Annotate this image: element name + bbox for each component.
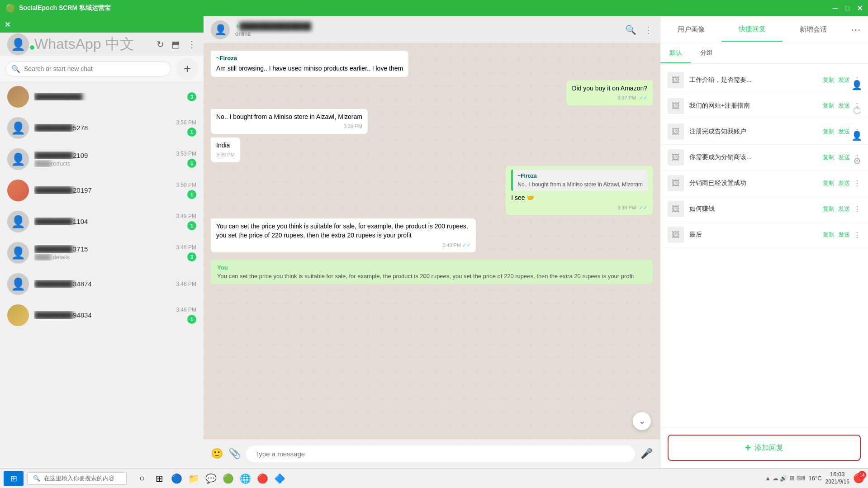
title-bar-controls[interactable]: ─ □ ✕ <box>833 4 863 13</box>
user-profile-icon[interactable]: 👤 <box>851 80 863 90</box>
emoji-button[interactable]: 🙂 <box>211 448 223 460</box>
subtab-group[interactable]: 分组 <box>691 43 722 63</box>
tab-new-conversation[interactable]: 新增会话 <box>783 18 844 41</box>
chat-info: ████████1104 <box>34 218 171 226</box>
list-item[interactable]: 👤 ████████34874 3:46 PM <box>0 269 204 300</box>
modules-icon[interactable]: ⬡ <box>853 105 861 116</box>
contact-name: +██████████████ <box>235 22 620 30</box>
list-item[interactable]: 👤 ████████1104 3:49 PM 1 <box>0 206 204 237</box>
chat-list: ██████████ 3 👤 ████████5278 3:56 <box>0 81 204 468</box>
copy-button[interactable]: 复制 <box>823 231 835 239</box>
taskbar-app-arrow[interactable]: 🔷 <box>271 470 288 487</box>
item-more-button[interactable]: ⋮ <box>854 231 861 239</box>
quick-reply-item[interactable]: 🖼 你需要成为分销商该... 复制 发送 ⋮ <box>660 145 868 171</box>
taskbar-app-grid[interactable]: ⊞ <box>151 470 167 487</box>
taskbar-app-edge[interactable]: 🌐 <box>237 470 253 487</box>
send-button[interactable]: 发送 <box>838 76 850 84</box>
avatar: 👤 <box>7 148 29 170</box>
taskbar-app-blue[interactable]: 🔵 <box>168 470 185 487</box>
tab-quick-reply[interactable]: 快捷回复 <box>721 18 783 42</box>
taskbar-app-green[interactable]: 🟢 <box>220 470 236 487</box>
sidebar-close-icon[interactable]: ✕ <box>5 20 10 29</box>
copy-button[interactable]: 复制 <box>823 205 835 213</box>
list-item[interactable]: 👤 ████████3715 ████ details 3:46 PM 3 <box>0 237 204 269</box>
chat-preview: ████ details <box>34 254 171 261</box>
chat-header-actions[interactable]: 🔍 ⋮ <box>625 24 653 35</box>
contacts-icon[interactable]: 👤 <box>851 130 863 141</box>
chat-meta: 3:46 PM 1 <box>176 307 196 324</box>
quick-reply-item[interactable]: 🖼 注册完成告知我账户 复制 发送 ⋮ <box>660 119 868 145</box>
copy-button[interactable]: 复制 <box>823 179 835 187</box>
send-button[interactable]: 发送 <box>838 102 850 110</box>
search-box[interactable]: 🔍 <box>5 62 171 76</box>
quick-reply-text: 最后 <box>689 231 817 239</box>
taskbar-app-wechat[interactable]: 💬 <box>203 470 219 487</box>
search-input[interactable] <box>24 65 165 72</box>
tab-user-portrait[interactable]: 用户画像 <box>660 18 721 41</box>
list-item[interactable]: 👤 ████████2109 ████roducts 3:53 PM 1 <box>0 144 204 175</box>
settings-icon[interactable]: ⚙ <box>853 156 861 166</box>
item-more-button[interactable]: ⋮ <box>854 179 861 188</box>
maximize-button[interactable]: □ <box>845 4 849 13</box>
list-item[interactable]: 👤 ████████5278 3:56 PM 1 <box>0 113 204 144</box>
broadcast-icon[interactable]: ⬒ <box>171 39 180 50</box>
quick-reply-actions: 复制 发送 ⋮ <box>823 179 861 188</box>
add-reply-container: + 添加回复 <box>660 427 868 468</box>
send-button[interactable]: 发送 <box>838 179 850 187</box>
close-button[interactable]: ✕ <box>857 4 863 13</box>
add-reply-button[interactable]: + 添加回复 <box>668 435 861 461</box>
chat-more-icon[interactable]: ⋮ <box>644 24 653 35</box>
quick-reply-item[interactable]: 🖼 如何赚钱 复制 发送 ⋮ <box>660 196 868 222</box>
unread-badge: 3 <box>187 92 196 101</box>
scroll-down-button[interactable]: ⌄ <box>633 412 651 430</box>
message-text: No.. I bought from a Miniso store in Aiz… <box>216 113 362 122</box>
start-button[interactable]: ⊞ <box>4 471 24 486</box>
taskbar-app-circle[interactable]: ○ <box>134 470 150 487</box>
search-chat-icon[interactable]: 🔍 <box>625 24 636 35</box>
search-icon: 🔍 <box>11 65 20 73</box>
more-options-icon[interactable]: ⋮ <box>187 39 196 50</box>
refresh-icon[interactable]: ↻ <box>157 39 164 50</box>
taskbar-search[interactable]: 🔍 在这里输入你要搜索的内容 <box>27 472 127 485</box>
new-chat-button[interactable]: + <box>176 58 198 80</box>
copy-button[interactable]: 复制 <box>823 102 835 110</box>
list-item[interactable]: ████████94834 3:46 PM 1 <box>0 300 204 331</box>
send-button[interactable]: 发送 <box>838 205 850 213</box>
subtab-default[interactable]: 默认 <box>660 43 691 63</box>
send-button[interactable]: 发送 <box>838 128 850 136</box>
list-item[interactable]: ██████████ 3 <box>0 81 204 113</box>
draft-text: You can set the price you think is suita… <box>217 273 646 280</box>
quick-reply-text: 注册完成告知我账户 <box>689 128 817 136</box>
unread-badge: 1 <box>187 128 196 137</box>
toolbar-icons[interactable]: ↻ ⬒ ⋮ <box>157 39 196 50</box>
attach-button[interactable]: 📎 <box>228 448 241 460</box>
quick-reply-item[interactable]: 🖼 最后 复制 发送 ⋮ <box>660 222 868 248</box>
clock: 16:03 2021/9/16 <box>825 471 849 485</box>
message-time: 3:39 PM ✓✓ <box>511 204 647 211</box>
message-input[interactable] <box>246 445 635 462</box>
taskbar-app-folder[interactable]: 📁 <box>185 470 202 487</box>
quick-reply-thumbnail: 🖼 <box>668 98 684 114</box>
minimize-button[interactable]: ─ <box>833 4 838 13</box>
taskbar-search-text: 在这里输入你要搜索的内容 <box>44 474 114 483</box>
quick-reply-item[interactable]: 🖼 我们的网站+注册指南 复制 发送 ⋮ <box>660 93 868 119</box>
list-item[interactable]: ████████20197 3:50 PM 1 <box>0 175 204 206</box>
copy-button[interactable]: 复制 <box>823 153 835 161</box>
copy-button[interactable]: 复制 <box>823 76 835 84</box>
quick-reply-item[interactable]: 🖼 工作介绍，是否需要... 复制 发送 ⋮ <box>660 67 868 93</box>
more-options-button[interactable]: ⋯ <box>844 24 868 36</box>
chat-info: ████████2109 ████roducts <box>34 152 171 167</box>
taskbar-app-chrome[interactable]: 🔴 <box>254 470 270 487</box>
voice-button[interactable]: 🎤 <box>640 448 653 460</box>
weather-temp: 16°C <box>809 475 822 482</box>
chat-meta: 3 <box>187 92 196 101</box>
quick-reply-thumbnail: 🖼 <box>668 72 684 88</box>
send-button[interactable]: 发送 <box>838 231 850 239</box>
contact-avatar: 👤 <box>211 20 230 39</box>
copy-button[interactable]: 复制 <box>823 128 835 136</box>
taskbar-apps[interactable]: ○ ⊞ 🔵 📁 💬 🟢 🌐 🔴 🔷 <box>134 470 288 487</box>
quick-reply-item[interactable]: 🖼 分销商已经设置成功 复制 发送 ⋮ <box>660 171 868 196</box>
self-avatar[interactable]: 👤 <box>7 33 29 55</box>
send-button[interactable]: 发送 <box>838 153 850 161</box>
item-more-button[interactable]: ⋮ <box>854 205 861 213</box>
